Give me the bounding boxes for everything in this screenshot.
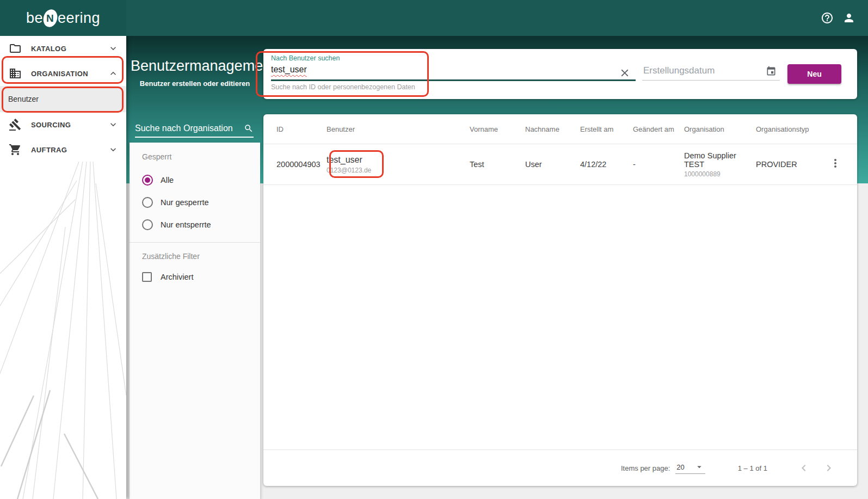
table-empty-area: [263, 185, 857, 449]
organisation-search-input[interactable]: Suche nach Organisation: [135, 120, 254, 138]
radio-option-nur-entsperrte[interactable]: Nur entsperrte: [130, 213, 260, 236]
locked-filter-label: Gesperrt: [130, 152, 260, 161]
creation-date-underline: [642, 80, 780, 81]
radio-label: Nur entsperrte: [161, 220, 211, 229]
logo-circle-icon: N: [41, 8, 59, 29]
chevron-left-icon[interactable]: [797, 461, 810, 475]
cell-organisation: Demo Supplier TEST 1000000889: [684, 151, 756, 178]
sidebar-item-benutzer[interactable]: Benutzer: [0, 86, 126, 112]
paginator: Items per page: 20 1 – 1 of 1: [263, 449, 857, 486]
sidebar-item-katalog[interactable]: KATALOG: [0, 36, 126, 61]
column-header-benutzer: Benutzer: [327, 125, 470, 133]
sidebar-item-label: KATALOG: [31, 45, 108, 53]
user-search-input[interactable]: test_user: [271, 65, 307, 75]
sidebar-item-organisation[interactable]: ORGANISATION: [0, 61, 126, 86]
building-sketch-decoration: [0, 162, 126, 499]
cell-organisation-name: Demo Supplier TEST: [684, 151, 756, 169]
new-user-button[interactable]: Neu: [787, 64, 841, 84]
sidebar-subitem-label: Benutzer: [8, 95, 39, 103]
radio-selected-icon: [142, 175, 153, 186]
checkbox-unchecked-icon: [142, 272, 152, 282]
cell-id: 2000004903: [276, 160, 327, 169]
chevron-up-icon: [108, 68, 119, 79]
chevron-down-icon: [108, 119, 119, 130]
additional-filter-label: Zusätzliche Filter: [130, 252, 260, 261]
page-title: Benutzermanagement: [131, 58, 259, 75]
calendar-icon[interactable]: [766, 66, 777, 77]
page-header: Benutzermanagement Benutzer erstellen od…: [131, 58, 259, 88]
sidebar-item-sourcing[interactable]: SOURCING: [0, 112, 126, 137]
radio-unselected-icon: [142, 197, 153, 208]
topbar-actions: [821, 0, 868, 36]
chevron-down-icon: [108, 144, 119, 155]
topbar: be N eering: [0, 0, 868, 36]
sidebar-item-label: SOURCING: [31, 121, 108, 129]
radio-label: Alle: [161, 176, 174, 184]
column-header-erstellt-am: Erstellt am: [580, 125, 633, 133]
user-avatar-icon[interactable]: [842, 11, 855, 24]
sidebar-item-label: ORGANISATION: [31, 70, 108, 78]
cell-erstellt-am: 4/12/22: [580, 160, 633, 169]
chevron-down-icon: [108, 43, 119, 54]
items-per-page-label: Items per page:: [621, 464, 670, 472]
cell-benutzer-name: test_user: [327, 155, 470, 165]
dropdown-caret-icon: [694, 462, 704, 472]
beneering-logo: be N eering: [26, 9, 100, 27]
page-subtitle: Benutzer erstellen oder editieren: [131, 79, 259, 88]
cell-organisationstyp: PROVIDER: [756, 160, 826, 169]
page-size-select[interactable]: 20: [675, 462, 705, 474]
cell-organisation-id: 1000000889: [684, 170, 756, 178]
sidebar-item-label: AUFTRAG: [31, 146, 108, 154]
search-icon: [244, 124, 254, 133]
page-size-value: 20: [676, 463, 684, 471]
kebab-menu-icon[interactable]: [829, 157, 842, 170]
cell-vorname: Test: [470, 160, 525, 169]
column-header-organisation: Organisation: [684, 125, 756, 133]
user-search-label: Nach Benutzer suchen: [271, 54, 340, 62]
app-window: be N eering: [0, 0, 868, 499]
logo-area: be N eering: [0, 0, 126, 36]
column-header-vorname: Vorname: [470, 125, 525, 133]
radio-option-alle[interactable]: Alle: [130, 169, 260, 191]
sidebar-menu: KATALOG ORGANISATION Benutzer SOURCING A…: [0, 36, 126, 162]
paginator-nav: [797, 461, 835, 475]
filter-panel: Gesperrt Alle Nur gesperrte Nur entsperr…: [130, 143, 260, 499]
user-search-hint: Suche nach ID oder personenbezogenen Dat…: [271, 83, 415, 91]
table-row[interactable]: 2000004903 test_user 0123@0123.de Test U…: [263, 144, 857, 185]
cell-nachname: User: [525, 160, 580, 169]
help-icon[interactable]: [821, 11, 834, 24]
radio-label: Nur gesperrte: [161, 198, 209, 207]
cell-geaendert-am: -: [633, 160, 684, 169]
sidebar-item-auftrag[interactable]: AUFTRAG: [0, 137, 126, 162]
clear-icon[interactable]: [619, 67, 631, 79]
gavel-icon: [9, 118, 22, 131]
column-header-geaendert-am: Geändert am: [633, 125, 684, 133]
cell-benutzer-email: 0123@0123.de: [327, 167, 470, 174]
building-icon: [9, 67, 22, 80]
user-search-underline: [271, 79, 636, 81]
column-header-id: ID: [276, 125, 327, 133]
chevron-right-icon[interactable]: [822, 461, 835, 475]
cell-benutzer: test_user 0123@0123.de: [327, 155, 470, 174]
cart-icon: [9, 143, 22, 156]
table-header-row: ID Benutzer Vorname Nachname Erstellt am…: [263, 114, 857, 144]
radio-option-nur-gesperrte[interactable]: Nur gesperrte: [130, 191, 260, 213]
creation-date-field[interactable]: Erstellungsdatum: [642, 49, 780, 99]
checkbox-label: Archiviert: [161, 273, 193, 281]
logo-text-suffix: eering: [58, 10, 100, 27]
sidebar: KATALOG ORGANISATION Benutzer SOURCING A…: [0, 36, 126, 499]
logo-text-prefix: be: [26, 10, 43, 27]
page-range-label: 1 – 1 of 1: [738, 464, 767, 472]
user-search-card: Nach Benutzer suchen test_user Suche nac…: [263, 49, 857, 99]
folder-icon: [9, 42, 22, 55]
column-header-nachname: Nachname: [525, 125, 580, 133]
user-table-card: ID Benutzer Vorname Nachname Erstellt am…: [263, 114, 857, 486]
filter-divider: [130, 242, 260, 243]
archived-checkbox-row[interactable]: Archiviert: [130, 265, 260, 289]
column-header-organisationstyp: Organisationstyp: [756, 125, 826, 133]
radio-unselected-icon: [142, 219, 153, 230]
creation-date-placeholder: Erstellungsdatum: [643, 65, 715, 76]
organisation-search-placeholder: Suche nach Organisation: [135, 124, 244, 133]
logo-circle-letter: N: [46, 12, 54, 24]
